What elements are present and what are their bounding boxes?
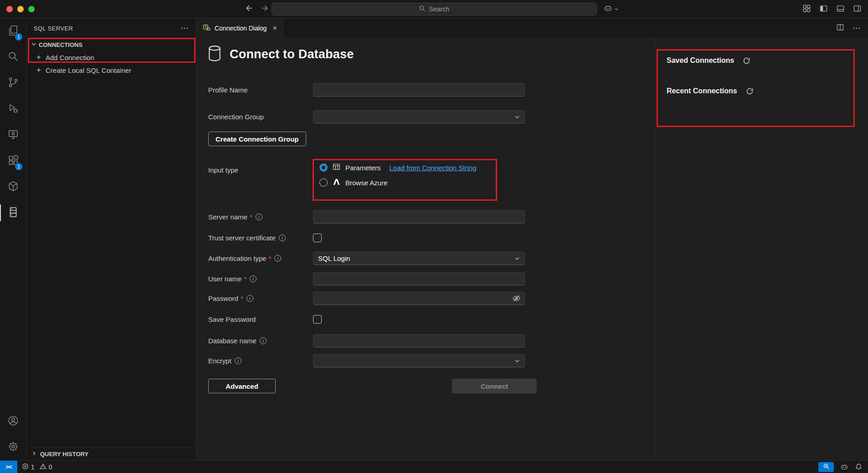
info-icon (235, 357, 241, 364)
connection-dialog-webview: Connect to Database Profile Name Connect… (196, 38, 868, 460)
encrypt-dropdown[interactable] (313, 354, 525, 367)
package-icon (7, 180, 19, 194)
editor-more-actions-icon[interactable]: ⋯ (853, 23, 861, 33)
connections-section-header[interactable]: CONNECTIONS (26, 38, 196, 51)
password-input[interactable] (313, 292, 525, 305)
maximize-window-button[interactable] (28, 6, 35, 12)
trust-server-certificate-checkbox[interactable] (313, 234, 322, 242)
form-actions-row: Advanced Connect (208, 379, 276, 393)
gear-icon (7, 441, 19, 454)
account-button[interactable] (0, 408, 26, 434)
load-from-connection-string-link[interactable]: Load from Connection String (390, 164, 477, 172)
notifications-bell-icon[interactable] (855, 463, 863, 471)
sidebar-item-explorer[interactable]: 1 (0, 18, 26, 44)
user-name-input[interactable] (313, 272, 525, 285)
refresh-icon[interactable] (743, 57, 750, 65)
required-marker: * (241, 295, 243, 302)
tab-bar: Connection Dialog × ⋯ (196, 18, 868, 38)
split-editor-icon[interactable] (836, 23, 844, 33)
sidebar-item-remote-explorer[interactable] (0, 122, 26, 148)
sidebar-item-source-control[interactable] (0, 70, 26, 96)
save-password-checkbox[interactable] (313, 315, 322, 324)
toggle-panel-icon[interactable] (836, 4, 845, 15)
connections-rail: Saved Connections Recent Connections (655, 38, 868, 460)
run-debug-icon (7, 102, 19, 116)
error-count: 1 (31, 463, 35, 471)
connection-group-label: Connection Group (208, 113, 264, 121)
activity-bar: 1 1 (0, 18, 26, 460)
browse-azure-radio[interactable] (319, 178, 328, 187)
password-label: Password (208, 295, 238, 302)
account-icon (7, 415, 19, 428)
forward-icon[interactable] (261, 4, 269, 14)
sidebar-more-actions-icon[interactable]: ⋯ (180, 24, 189, 32)
browse-azure-radio-row: Browse Azure (319, 178, 476, 187)
warning-count: 0 (49, 463, 52, 471)
info-icon (247, 295, 253, 302)
zoom-icon (823, 463, 830, 471)
close-window-button[interactable] (6, 6, 13, 12)
create-local-sql-container-label: Create Local SQL Container (46, 66, 131, 74)
server-name-row: Server name * (208, 209, 525, 224)
copilot-menu[interactable] (604, 4, 619, 15)
plus-icon: + (36, 53, 42, 62)
sidebar-item-search[interactable] (0, 44, 26, 70)
database-name-input[interactable] (313, 334, 525, 347)
parameters-radio[interactable] (319, 163, 328, 172)
recent-connections-title: Recent Connections (667, 87, 737, 95)
parameters-label: Parameters (345, 164, 381, 172)
page-title: Connect to Database (230, 47, 354, 61)
sidebar-item-extensions[interactable]: 1 (0, 148, 26, 174)
problems-status[interactable]: 1 0 (17, 463, 52, 471)
database-name-row: Database name (208, 333, 525, 348)
toggle-secondary-sidebar-icon[interactable] (853, 4, 862, 15)
copilot-status-icon[interactable] (840, 463, 848, 471)
query-history-section-header[interactable]: QUERY HISTORY (26, 448, 196, 460)
encrypt-label: Encrypt (208, 357, 231, 365)
refresh-icon[interactable] (746, 87, 754, 95)
required-marker: * (244, 275, 247, 283)
source-control-icon (7, 76, 19, 90)
save-password-row: Save Password (208, 312, 322, 326)
sidebar-item-run-debug[interactable] (0, 96, 26, 122)
profile-name-input[interactable] (313, 83, 525, 97)
toggle-primary-sidebar-icon[interactable] (819, 4, 828, 15)
minimize-window-button[interactable] (17, 6, 24, 12)
server-name-label: Server name (208, 213, 247, 221)
close-icon[interactable]: × (272, 25, 277, 32)
saved-connections-title: Saved Connections (667, 56, 734, 65)
screencast-zoom-indicator[interactable] (818, 462, 834, 472)
settings-button[interactable] (0, 434, 26, 460)
trust-server-certificate-row: Trust server certificate (208, 230, 322, 245)
chevron-right-icon (31, 450, 37, 458)
toggle-password-visibility-icon[interactable] (512, 294, 521, 305)
info-icon (279, 234, 286, 241)
add-connection-item[interactable]: + Add Connection (26, 51, 196, 64)
create-connection-group-button[interactable]: Create Connection Group (208, 132, 306, 146)
trust-server-certificate-label: Trust server certificate (208, 234, 276, 242)
advanced-button[interactable]: Advanced (208, 379, 276, 393)
sidebar-item-sql-server[interactable] (0, 200, 26, 226)
remote-explorer-icon (7, 128, 19, 142)
connect-button[interactable]: Connect (452, 379, 537, 393)
info-icon (250, 275, 257, 282)
authentication-type-dropdown[interactable]: SQL Login (313, 252, 525, 265)
tab-label: Connection Dialog (215, 25, 267, 32)
back-icon[interactable] (245, 4, 253, 14)
authentication-type-value: SQL Login (318, 254, 350, 262)
customize-layout-icon[interactable] (802, 4, 811, 15)
sidebar-item-database-projects[interactable] (0, 174, 26, 200)
browse-azure-label: Browse Azure (345, 179, 388, 187)
connection-group-dropdown[interactable] (313, 110, 525, 123)
saved-connections-header: Saved Connections (667, 56, 750, 65)
tab-connection-dialog[interactable]: Connection Dialog × (196, 18, 284, 38)
profile-name-row: Profile Name (208, 82, 525, 97)
search-icon (419, 5, 426, 13)
sql-server-sidebar: SQL SERVER ⋯ CONNECTIONS + Add Connectio… (26, 18, 196, 460)
server-name-input[interactable] (313, 210, 525, 224)
remote-indicator[interactable]: >< (0, 461, 17, 473)
command-center-search[interactable]: Search (272, 3, 597, 15)
explorer-badge: 1 (15, 33, 22, 41)
create-local-sql-container-item[interactable]: + Create Local SQL Container (26, 64, 196, 76)
plus-icon: + (36, 66, 42, 75)
